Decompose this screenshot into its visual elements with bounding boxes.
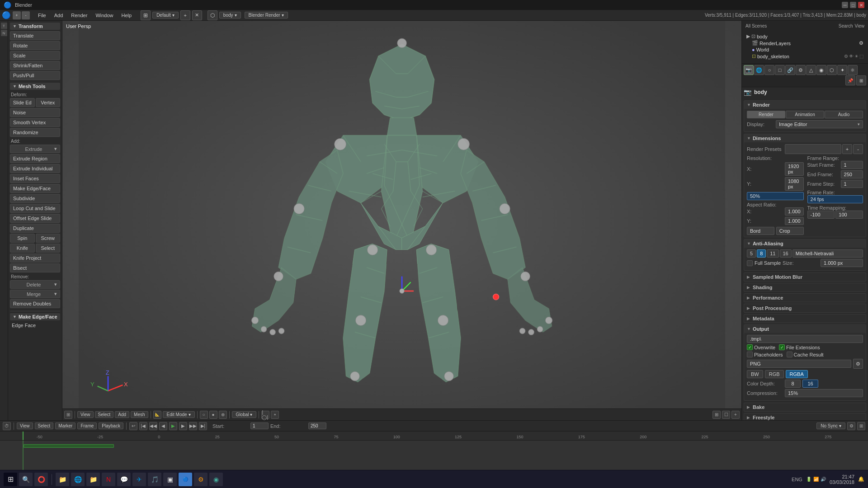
time-new-value[interactable]: 100 [835, 211, 863, 219]
app-icon-2[interactable]: ⚙ [194, 473, 208, 486]
tl-next-icon[interactable]: ▶ [179, 422, 187, 430]
offset-edge-btn[interactable]: Offset Edge Slide [10, 214, 60, 223]
aa-5-btn[interactable]: 5 [747, 249, 756, 258]
viewport-shading-icon[interactable]: ○ [200, 411, 208, 419]
transform-header[interactable]: ▼ Transform [10, 23, 60, 30]
aa-16-btn[interactable]: 16 [780, 249, 792, 258]
music-icon[interactable]: 🎵 [148, 473, 161, 486]
chrome-icon[interactable]: 🌐 [71, 473, 85, 486]
translate-btn[interactable]: Translate [10, 31, 60, 40]
asp-x-value[interactable]: 1.000 [785, 207, 804, 216]
timeline-type-icon[interactable]: ⏱ [3, 422, 11, 430]
overlay-icon[interactable]: ⊞ [712, 411, 721, 419]
menu-help[interactable]: Help [118, 12, 136, 19]
scene-input[interactable]: body ▾ [219, 12, 241, 19]
overwrite-cb-item[interactable]: ✓ Overwrite [747, 344, 775, 350]
spin-btn[interactable]: Spin [10, 234, 35, 243]
timeline-track[interactable] [0, 441, 868, 470]
tl-prev-icon[interactable]: ◀ [159, 422, 167, 430]
texture-props-icon[interactable]: ⬡ [827, 65, 837, 75]
whatsapp-icon[interactable]: 💬 [117, 473, 131, 486]
subdivide-btn[interactable]: Subdivide [10, 194, 60, 203]
tl-start-icon[interactable]: |◀ [139, 422, 147, 430]
obj-props-icon[interactable]: □ [775, 65, 785, 75]
overwrite-checkbox[interactable]: ✓ [747, 344, 753, 350]
start-button[interactable]: ⊞ [4, 473, 17, 486]
snap-magnet-icon[interactable]: |◯| [261, 411, 269, 419]
telegram-icon[interactable]: ✈ [132, 473, 146, 486]
render-section-header[interactable]: ▼ Render [744, 101, 866, 109]
tl-select-btn[interactable]: Select [35, 422, 54, 429]
scene-item-renderlayers[interactable]: 🎬 RenderLayers ⚙ [745, 40, 864, 47]
view3d-icon2[interactable]: N [1, 30, 7, 36]
tl-loop-icon[interactable]: ↩ [129, 422, 137, 430]
cache-result-cb-item[interactable]: Cache Result [787, 352, 824, 357]
scene-add-btn[interactable]: + [13, 11, 21, 19]
physics-props-icon[interactable]: ⚛ [848, 65, 858, 75]
particle-props-icon[interactable]: ✦ [837, 65, 847, 75]
render-props-icon[interactable]: 📷 [744, 65, 754, 75]
display-value[interactable]: Image Editor ▾ [776, 120, 863, 128]
scene-props-icon[interactable]: 🌐 [754, 65, 764, 75]
output-path-value[interactable]: .tmp\ [747, 335, 863, 343]
add-menu-btn[interactable]: Add [115, 411, 129, 418]
file-explorer-icon[interactable]: 📁 [56, 473, 69, 486]
noise-btn[interactable]: Noise [10, 108, 60, 117]
mode-icon[interactable]: 📐 [153, 411, 161, 419]
proportional-icon[interactable]: ⚬ [271, 411, 279, 419]
menu-add[interactable]: Add [51, 12, 67, 19]
perspective-icon[interactable]: ● [209, 411, 217, 419]
res-y-value[interactable]: 1080 px [785, 177, 804, 191]
menu-file[interactable]: File [34, 12, 50, 19]
bord-btn[interactable]: Bord [747, 227, 774, 235]
tl-settings2[interactable]: ⊞ [857, 422, 865, 430]
layout-del[interactable]: ✕ [192, 10, 202, 20]
slide-ed-btn[interactable]: Slide Ed [10, 98, 35, 107]
rgba-btn[interactable]: RGBA [786, 370, 808, 378]
audio-tab[interactable]: Audio [825, 111, 863, 118]
aa-header[interactable]: ▼ Anti-Aliasing [744, 239, 866, 248]
shading-section[interactable]: ▶ Shading [744, 283, 866, 292]
size-value[interactable]: 1.000 px [821, 259, 863, 267]
timeline-ruler[interactable]: -50 -25 0 25 50 75 100 125 150 175 200 2… [0, 432, 868, 441]
time-old-value[interactable]: -100 [807, 211, 835, 219]
scene-icon[interactable]: ⬡ [208, 10, 217, 20]
sampled-motion-blur-section[interactable]: ▶ Sampled Motion Blur [744, 272, 866, 282]
animation-tab[interactable]: Animation [786, 111, 824, 118]
remove-doubles-btn[interactable]: Remove Doubles [10, 299, 60, 308]
pin-icon[interactable]: 📌 [845, 75, 855, 85]
format-value[interactable]: PNG [747, 360, 851, 368]
notification-btn[interactable]: 🔔 [858, 476, 864, 482]
minimize-btn[interactable]: ─ [842, 2, 848, 8]
modifier-props-icon[interactable]: ⚙ [796, 65, 806, 75]
smooth-vertex-btn[interactable]: Smooth Vertex [10, 118, 60, 127]
folder-icon[interactable]: 📁 [86, 473, 100, 486]
tl-marker-btn[interactable]: Marker [55, 422, 75, 429]
crop-btn[interactable]: Crop [776, 227, 804, 235]
screw-btn[interactable]: Screw [36, 234, 61, 243]
mesh-menu-btn[interactable]: Mesh [131, 411, 148, 418]
mesh-tools-header[interactable]: ▼ Mesh Tools [10, 83, 60, 90]
loop-cut-btn[interactable]: Loop Cut and Slide [10, 204, 60, 213]
start-frame-input[interactable] [250, 422, 269, 429]
tl-settings1[interactable]: ⚙ [847, 422, 855, 430]
shrink-btn[interactable]: Shrink/Fatten [10, 61, 60, 70]
xray-icon[interactable]: ☐ [722, 411, 730, 419]
make-edge-face-btn[interactable]: Make Edge/Face [10, 184, 60, 193]
merge-dropdown[interactable]: Merge ▾ [10, 290, 60, 298]
app-icon-3[interactable]: ◉ [209, 473, 223, 486]
world-props-icon[interactable]: ○ [764, 65, 774, 75]
layout-dropdown[interactable]: Default ▾ [152, 12, 179, 19]
file-ext-checkbox[interactable]: ✓ [779, 344, 785, 350]
render-engine-dropdown[interactable]: Blender Render ▾ [245, 12, 288, 19]
3d-viewport[interactable]: User Persp [62, 21, 741, 420]
compression-value[interactable]: 15% [785, 389, 863, 397]
layout-add[interactable]: + [180, 10, 190, 20]
view-menu-btn[interactable]: View [77, 411, 94, 418]
post-processing-section[interactable]: ▶ Post Processing [744, 304, 866, 313]
make-edge-header[interactable]: ▼ Make Edge/Face [10, 313, 60, 320]
extrude-individual-btn[interactable]: Extrude Individual [10, 164, 60, 173]
material-props-icon[interactable]: ◉ [816, 65, 826, 75]
tl-frame-btn[interactable]: Frame [77, 422, 97, 429]
scene-item-world[interactable]: ● World [745, 47, 864, 53]
